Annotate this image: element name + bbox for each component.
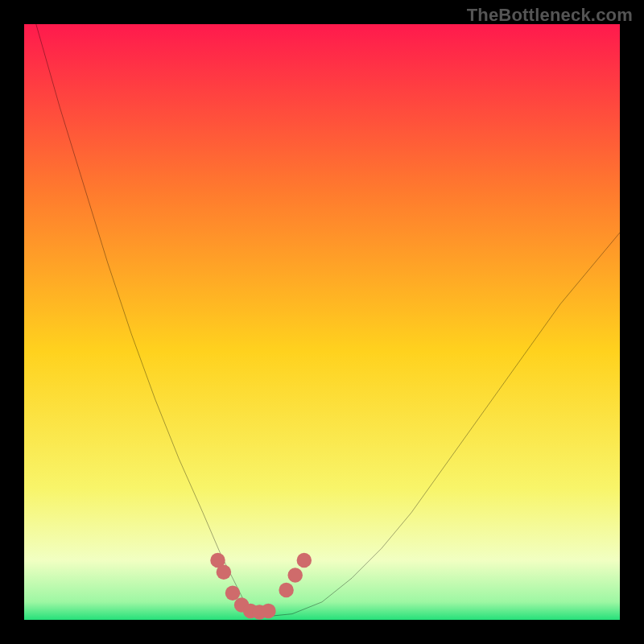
marker-dot xyxy=(297,553,312,568)
chart-svg xyxy=(24,24,620,620)
outer-frame: TheBottleneck.com xyxy=(0,0,644,644)
marker-dot xyxy=(217,565,232,580)
bottleneck-curve xyxy=(36,24,620,617)
marker-dot xyxy=(287,568,303,583)
marker-dot xyxy=(279,583,294,598)
plot-area xyxy=(24,24,620,620)
highlight-dots xyxy=(210,553,312,620)
watermark-text: TheBottleneck.com xyxy=(467,5,633,26)
marker-dot xyxy=(261,604,276,619)
marker-dot xyxy=(225,585,241,601)
